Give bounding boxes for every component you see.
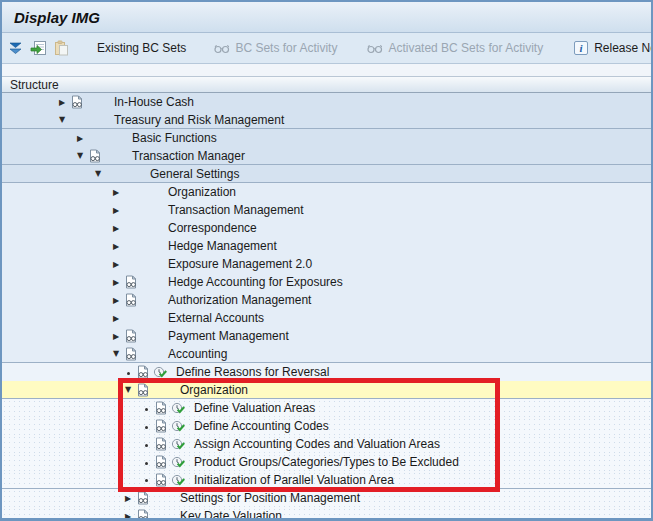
node-label: Accounting <box>166 347 227 361</box>
collapsed-arrow-icon[interactable]: ▶ <box>108 224 124 233</box>
icon-slot <box>70 95 112 109</box>
tree-node-row[interactable]: ▶ Exposure Management 2.0 <box>2 255 651 273</box>
img-activity-icon[interactable] <box>171 473 186 487</box>
bullet-icon <box>145 408 148 411</box>
img-activity-icon[interactable] <box>171 401 186 415</box>
node-label: Basic Functions <box>130 131 217 145</box>
icon-slot <box>136 365 168 379</box>
node-label: Treasury and Risk Management <box>112 113 284 127</box>
tree-node-row[interactable]: ▼ General Settings <box>2 165 651 183</box>
img-activity-icon[interactable] <box>171 437 186 451</box>
collapsed-arrow-icon[interactable]: ▶ <box>72 134 88 143</box>
node-label: Initialization of Parallel Valuation Are… <box>192 473 394 487</box>
expanded-arrow-icon[interactable]: ▼ <box>90 169 106 178</box>
button-label: Activated BC Sets for Activity <box>388 41 543 55</box>
position-icon[interactable] <box>30 39 47 57</box>
img-documentation-icon[interactable] <box>124 275 138 289</box>
tree-node-row[interactable]: ▶ Key Date Valuation <box>2 507 651 521</box>
tree-node-row[interactable]: Define Accounting Codes <box>2 417 651 435</box>
node-label: Transaction Management <box>166 203 304 217</box>
collapsed-arrow-icon[interactable]: ▶ <box>54 98 70 107</box>
tree-node-row[interactable]: ▶ External Accounts <box>2 309 651 327</box>
expanded-arrow-icon[interactable]: ▼ <box>72 151 88 160</box>
collapsed-arrow-icon[interactable]: ▶ <box>108 278 124 287</box>
bc-sets-for-activity-button[interactable]: BC Sets for Activity <box>209 37 341 59</box>
tree-node-row[interactable]: ▼ Transaction Manager <box>2 147 651 165</box>
sort-descending-icon[interactable] <box>8 39 23 57</box>
node-label: General Settings <box>148 167 239 181</box>
icon-slot <box>124 347 166 361</box>
tree-node-row[interactable]: ▼ Treasury and Risk Management <box>2 111 651 129</box>
node-label: Organization <box>178 383 248 397</box>
tree-node-row[interactable]: Product Groups/Categories/Types to Be Ex… <box>2 453 651 471</box>
img-documentation-icon[interactable] <box>124 347 138 361</box>
release-notes-button[interactable]: i Release Notes <box>568 37 653 59</box>
node-label: Organization <box>166 185 236 199</box>
bullet-icon <box>127 372 130 375</box>
img-documentation-icon[interactable] <box>154 437 168 451</box>
expanded-arrow-icon[interactable]: ▼ <box>108 349 124 358</box>
collapsed-arrow-icon[interactable]: ▶ <box>108 260 124 269</box>
icon-slot <box>136 509 178 521</box>
glasses-icon <box>213 39 231 57</box>
collapsed-arrow-icon[interactable]: ▶ <box>108 188 124 197</box>
tree-node-row[interactable]: ▼ Accounting <box>2 345 651 363</box>
tree-node-row[interactable]: ▶ Settings for Position Management <box>2 489 651 507</box>
collapsed-arrow-icon[interactable]: ▶ <box>108 314 124 323</box>
paste-icon[interactable] <box>54 39 69 57</box>
tree-node-row[interactable]: ▶ Hedge Accounting for Exposures <box>2 273 651 291</box>
icon-slot <box>124 293 166 307</box>
node-label: Transaction Manager <box>130 149 245 163</box>
tree-node-row[interactable]: ▶ Organization <box>2 183 651 201</box>
icon-slot <box>154 419 186 433</box>
img-documentation-icon[interactable] <box>136 509 150 521</box>
node-label: Hedge Accounting for Exposures <box>166 275 343 289</box>
icon-slot <box>124 329 166 343</box>
existing-bc-sets-button[interactable]: Existing BC Sets <box>93 39 190 57</box>
node-label: External Accounts <box>166 311 264 325</box>
tree-node-row[interactable]: Initialization of Parallel Valuation Are… <box>2 471 651 489</box>
tree-node-row[interactable]: ▼ Organization <box>2 381 651 399</box>
icon-slot <box>154 401 186 415</box>
collapsed-arrow-icon[interactable]: ▶ <box>120 494 136 503</box>
img-documentation-icon[interactable] <box>88 149 102 163</box>
expanded-arrow-icon[interactable]: ▼ <box>54 115 70 124</box>
collapsed-arrow-icon[interactable]: ▶ <box>108 296 124 305</box>
tree-node-row[interactable]: ▶ Authorization Management <box>2 291 651 309</box>
collapsed-arrow-icon[interactable]: ▶ <box>120 512 136 521</box>
bullet-icon <box>145 444 148 447</box>
tree-node-row[interactable]: Define Valuation Areas <box>2 399 651 417</box>
img-documentation-icon[interactable] <box>154 401 168 415</box>
tree-node-row[interactable]: ▶ Basic Functions <box>2 129 651 147</box>
img-documentation-icon[interactable] <box>154 419 168 433</box>
img-documentation-icon[interactable] <box>136 383 150 397</box>
collapsed-arrow-icon[interactable]: ▶ <box>108 242 124 251</box>
expanded-arrow-icon[interactable]: ▼ <box>120 385 136 394</box>
img-documentation-icon[interactable] <box>136 491 150 505</box>
tree-node-row[interactable]: Define Reasons for Reversal <box>2 363 651 381</box>
img-activity-icon[interactable] <box>171 455 186 469</box>
tree-node-row[interactable]: ▶ Hedge Management <box>2 237 651 255</box>
tree-node-row[interactable]: ▶ Transaction Management <box>2 201 651 219</box>
tree-node-row[interactable]: Assign Accounting Codes and Valuation Ar… <box>2 435 651 453</box>
structure-header-label: Structure <box>10 78 59 92</box>
tree-node-row[interactable]: ▶ Correspondence <box>2 219 651 237</box>
leaf-bullet <box>138 404 154 413</box>
tree-node-row[interactable]: ▶ Payment Management <box>2 327 651 345</box>
img-documentation-icon[interactable] <box>124 293 138 307</box>
collapsed-arrow-icon[interactable]: ▶ <box>108 206 124 215</box>
node-label: Define Reasons for Reversal <box>174 365 329 379</box>
img-documentation-icon[interactable] <box>124 329 138 343</box>
img-documentation-icon[interactable] <box>154 455 168 469</box>
icon-slot <box>154 473 186 487</box>
leaf-bullet <box>120 368 136 377</box>
tree-node-row[interactable]: ▶ In-House Cash <box>2 93 651 111</box>
img-documentation-icon[interactable] <box>70 95 84 109</box>
img-activity-icon[interactable] <box>171 419 186 433</box>
icon-slot <box>154 437 186 451</box>
img-activity-icon[interactable] <box>153 365 168 379</box>
collapsed-arrow-icon[interactable]: ▶ <box>108 332 124 341</box>
img-documentation-icon[interactable] <box>154 473 168 487</box>
activated-bc-sets-for-activity-button[interactable]: Activated BC Sets for Activity <box>362 37 547 59</box>
img-documentation-icon[interactable] <box>136 365 150 379</box>
